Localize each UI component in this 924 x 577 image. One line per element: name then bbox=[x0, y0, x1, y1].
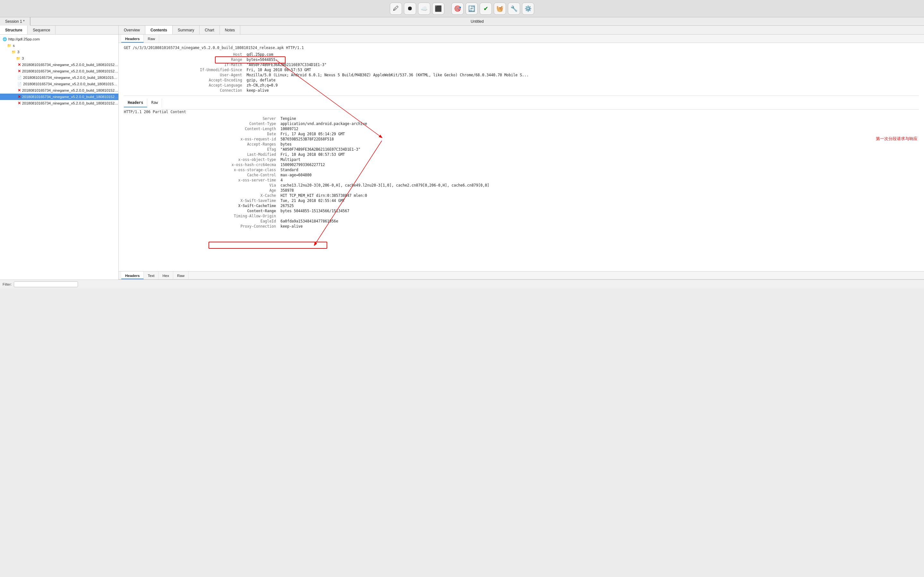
header-value: 5B7659B5253B78F22E68F518 bbox=[279, 137, 919, 142]
folder-icon: 📁 bbox=[7, 44, 11, 47]
response-header-row: Proxy-Connectionkeep-alive bbox=[124, 224, 919, 229]
pen-tool-btn[interactable]: 🖊 bbox=[390, 3, 402, 15]
header-value: 4 bbox=[279, 177, 919, 183]
header-key: Connection bbox=[124, 88, 246, 93]
folder-icon: 📁 bbox=[16, 56, 21, 60]
tab-contents[interactable]: Contents bbox=[145, 26, 173, 34]
error-icon: ✕ bbox=[18, 69, 21, 73]
tab-chart[interactable]: Chart bbox=[200, 26, 220, 34]
tab-sequence[interactable]: Sequence bbox=[27, 26, 55, 34]
cloud-btn[interactable]: ☁️ bbox=[418, 3, 430, 15]
response-header-row: Content-Length10089712 bbox=[124, 126, 919, 131]
bottom-text-tab[interactable]: Text bbox=[144, 271, 158, 279]
response-header-row: Content-Typeapplication/vnd.android.pack… bbox=[124, 121, 919, 126]
header-value: keep-alive bbox=[246, 88, 919, 93]
tab-structure[interactable]: Structure bbox=[0, 26, 27, 34]
target-btn[interactable]: 🎯 bbox=[451, 3, 464, 15]
bottom-raw-tab[interactable]: Raw bbox=[173, 271, 189, 279]
filter-label: Filter: bbox=[3, 282, 12, 286]
header-value: "A050F74B9FE36A2B62116E07C334D1E1-3" bbox=[246, 62, 919, 67]
right-tabs: Overview Contents Summary Chart Notes bbox=[119, 26, 924, 35]
tab-overview[interactable]: Overview bbox=[119, 26, 145, 34]
header-value: HIT TCP_MEM_HIT dirn:0:385738847 mlen:0 bbox=[279, 193, 919, 198]
tree-item[interactable]: ✕20180810165734_ninegame_v5.2.0.0_build_… bbox=[0, 68, 118, 74]
stop-btn[interactable]: ⬛ bbox=[432, 3, 444, 15]
header-key: x-oss-server-time bbox=[124, 177, 279, 183]
error-icon: ✕ bbox=[18, 95, 21, 99]
content-area[interactable]: GET /s/3/3/20180810165734_ninegame_v5.2.… bbox=[119, 43, 924, 271]
header-value: gdl.25pp.com bbox=[246, 52, 919, 57]
tab-summary[interactable]: Summary bbox=[173, 26, 200, 34]
tab-notes[interactable]: Notes bbox=[220, 26, 240, 34]
header-value: cache13.l2nu20-3[0,206-0,H], cache49.l2n… bbox=[279, 183, 919, 188]
response-header-row: Viacache13.l2nu20-3[0,206-0,H], cache49.… bbox=[124, 183, 919, 188]
header-value: 267525 bbox=[279, 203, 919, 208]
tree-item-label: s bbox=[13, 44, 15, 47]
refresh-btn[interactable]: 🔄 bbox=[465, 3, 478, 15]
request-header-row: Accept-Languagezh-CN,zh;q=0.9 bbox=[124, 83, 919, 88]
request-header-row: Accept-Encodinggzip, deflate bbox=[124, 77, 919, 83]
header-key: Content-Type bbox=[124, 121, 279, 126]
tree-item[interactable]: ✕20180810165734_ninegame_v5.2.0.0_build_… bbox=[0, 100, 118, 106]
request-raw-tab[interactable]: Raw bbox=[144, 35, 159, 43]
tree-item[interactable]: ✕20180810165734_ninegame_v5.2.0.0_build_… bbox=[0, 61, 118, 68]
response-header-row: EagleId6a0fda9a15348418477861956e bbox=[124, 219, 919, 224]
record-btn[interactable]: ⏺ bbox=[404, 3, 416, 15]
header-key: Server bbox=[124, 116, 279, 121]
request-headers-table: Hostgdl.25pp.comRangebytes=5044855-If-Ma… bbox=[124, 52, 919, 93]
header-value: bytes bbox=[279, 142, 919, 147]
header-key: Content-Length bbox=[124, 126, 279, 131]
tree-item[interactable]: ✕20180810165734_ninegame_v5.2.0.0_build_… bbox=[0, 93, 118, 100]
header-value: bytes=5044855- bbox=[246, 57, 919, 62]
response-headers-tab[interactable]: Headers bbox=[124, 98, 147, 107]
header-value: Fri, 17 Aug 2018 05:14:29 GMT bbox=[279, 131, 919, 137]
header-key: Accept-Language bbox=[124, 83, 246, 88]
error-icon: ✕ bbox=[18, 101, 21, 105]
header-key: x-oss-request-id bbox=[124, 137, 279, 142]
header-key: x-oss-object-type bbox=[124, 157, 279, 162]
tree-item[interactable]: 📁3 bbox=[0, 49, 118, 55]
tree-item-label: 20180810165734_ninegame_v5.2.0.0_build_1… bbox=[22, 89, 118, 92]
content-range-annotation-box bbox=[208, 242, 327, 249]
response-raw-tab[interactable]: Raw bbox=[147, 98, 162, 107]
header-key: Accept-Ranges bbox=[124, 142, 279, 147]
tree-item-label: 20180810165734_ninegame_v5.2.0.0_build_1… bbox=[22, 95, 118, 99]
header-key: Timing-Allow-Origin bbox=[124, 213, 279, 219]
tree-item[interactable]: 📄20180810165734_ninegame_v5.2.0.0_build_… bbox=[0, 81, 118, 87]
bottom-headers-tab[interactable]: Headers bbox=[121, 271, 144, 279]
tree-item[interactable]: 📄20180810165734_ninegame_v5.2.0.0_build_… bbox=[0, 74, 118, 81]
filter-input[interactable] bbox=[14, 282, 78, 287]
response-header-row: Age358978 bbox=[124, 188, 919, 193]
header-key: Via bbox=[124, 183, 279, 188]
file-icon: 📄 bbox=[17, 82, 22, 86]
header-value: 10089712 bbox=[279, 126, 919, 131]
untitled-tab[interactable]: Untitled bbox=[30, 17, 924, 25]
header-key: Last-Modified bbox=[124, 152, 279, 157]
tree-item[interactable]: ✕20180810165734_ninegame_v5.2.0.0_build_… bbox=[0, 87, 118, 93]
header-key: x-oss-storage-class bbox=[124, 167, 279, 172]
tree-item[interactable]: 📁s bbox=[0, 42, 118, 49]
globe-icon: 🌐 bbox=[3, 37, 7, 41]
tree-item[interactable]: 📁3 bbox=[0, 55, 118, 61]
header-key: User-Agent bbox=[124, 73, 246, 77]
tree-item-label: 3 bbox=[17, 50, 19, 54]
check-btn[interactable]: ✔ bbox=[480, 3, 492, 15]
header-value: gzip, deflate bbox=[246, 77, 919, 83]
settings-btn[interactable]: ⚙️ bbox=[522, 3, 534, 15]
wrench-btn[interactable]: 🔧 bbox=[508, 3, 520, 15]
header-key: X-Swift-SaveTime bbox=[124, 198, 279, 203]
response-header-row: x-oss-object-typeMultipart bbox=[124, 157, 919, 162]
header-key: Accept-Encoding bbox=[124, 77, 246, 83]
tree-item[interactable]: 🌐http://gdl.25pp.com bbox=[0, 36, 118, 42]
basket-btn[interactable]: 🧺 bbox=[494, 3, 506, 15]
bottom-hex-tab[interactable]: Hex bbox=[158, 271, 173, 279]
session-tab[interactable]: Session 1 * bbox=[0, 17, 30, 26]
tree-item-label: 20180810165734_ninegame_v5.2.0.0_build_1… bbox=[22, 69, 118, 73]
tree-item-label: 20180810165734_ninegame_v5.2.0.0_build_1… bbox=[22, 101, 118, 105]
request-headers-tab[interactable]: Headers bbox=[121, 35, 144, 43]
request-header-row: If-Match"A050F74B9FE36A2B62116E07C334D1E… bbox=[124, 62, 919, 67]
response-header-row: x-oss-server-time4 bbox=[124, 177, 919, 183]
response-header-row: ETag"A050F74B9FE36A2B62116E07C334D1E1-3" bbox=[124, 147, 919, 152]
tree-item-label: 20180810165734_ninegame_v5.2.0.0_build_1… bbox=[23, 82, 118, 86]
header-value: 15009027993366227712 bbox=[279, 162, 919, 167]
